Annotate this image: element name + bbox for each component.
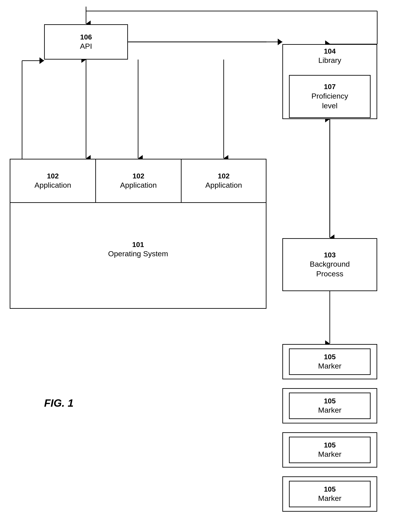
app2-box: 102 Application bbox=[95, 159, 181, 203]
os-label: 101 Operating System bbox=[10, 240, 266, 259]
proficiency-box: 107 Proficiency level bbox=[289, 75, 371, 118]
marker4-box: 105 Marker bbox=[289, 481, 371, 507]
background-box: 103 Background Process bbox=[282, 238, 377, 291]
diagram: 101 Operating System 102 Application 102… bbox=[0, 0, 420, 526]
app1-box: 102 Application bbox=[10, 159, 95, 203]
figure-label: FIG. 1 bbox=[44, 397, 73, 409]
marker1-box: 105 Marker bbox=[289, 348, 371, 375]
marker2-box: 105 Marker bbox=[289, 393, 371, 419]
app3-box: 102 Application bbox=[181, 159, 266, 203]
marker3-box: 105 Marker bbox=[289, 437, 371, 463]
api-box: 106 API bbox=[44, 24, 128, 60]
